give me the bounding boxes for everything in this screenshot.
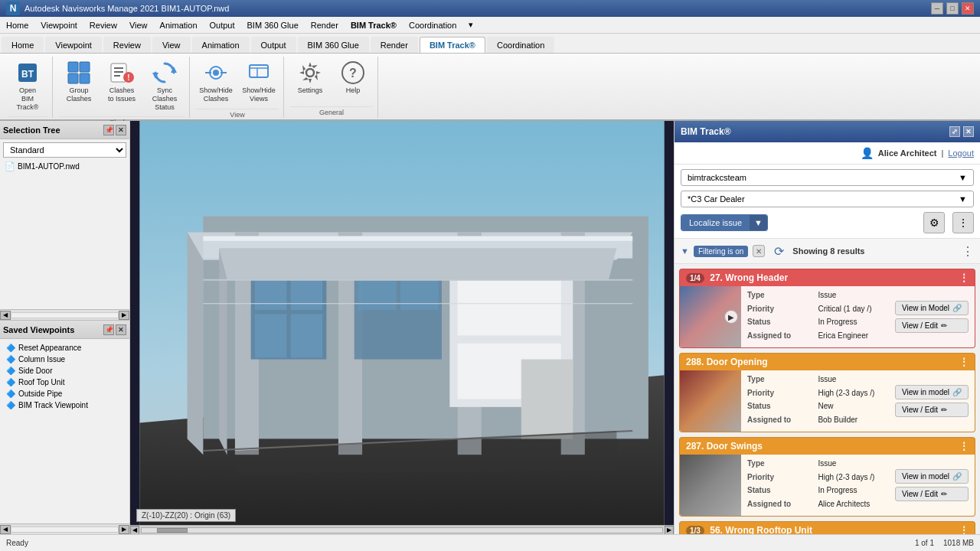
issue-288-more[interactable]: ⋮ (959, 357, 969, 367)
help-button[interactable]: ? Help (333, 57, 373, 103)
issue-287-actions: View in model 🔗 View / Edit ✏ (889, 455, 975, 516)
tab-coordination[interactable]: Coordination (487, 37, 554, 53)
tab-viewpoint[interactable]: Viewpoint (45, 37, 102, 53)
open-bimtrack-button[interactable]: BT OpenBIM Track® (8, 57, 47, 115)
viewport-scroll-right[interactable]: ▶ (665, 526, 674, 535)
close-button[interactable]: ✕ (962, 2, 974, 15)
bim-more-button[interactable]: ⋮ (952, 212, 974, 233)
issue-27-more[interactable]: ⋮ (959, 272, 969, 283)
menu-review[interactable]: Review (83, 17, 123, 33)
restore-button[interactable]: □ (946, 2, 959, 15)
vp-icon-bimtrack: 🔷 (6, 401, 15, 409)
tab-bimtrack[interactable]: BIM Track® (420, 37, 485, 53)
issue-288-edit-label: View / Edit (902, 406, 938, 414)
menu-bim360[interactable]: BIM 360 Glue (241, 17, 305, 33)
bim-settings-icon: ⚙ (929, 217, 939, 229)
vp-scroll-right[interactable]: ▶ (119, 525, 129, 534)
tab-view[interactable]: View (152, 37, 191, 53)
filter-badge[interactable]: Filtering is on (694, 246, 748, 257)
issue-27-view-model-btn[interactable]: View in Model 🔗 (895, 301, 969, 315)
sync-clashes-button[interactable]: SyncClashes Status (145, 57, 185, 115)
logout-link[interactable]: Logout (948, 148, 974, 158)
issue-288-type-value: Issue (818, 375, 882, 387)
bim-panel-close[interactable]: ✕ (963, 126, 974, 137)
viewport-scroll-left[interactable]: ◀ (130, 526, 139, 535)
show-hide-clashes-button[interactable]: Show/HideClashes (196, 57, 236, 107)
svg-rect-5 (80, 73, 90, 83)
issue-56-more[interactable]: ⋮ (959, 525, 969, 534)
issue-27-view-icon: 🔗 (952, 304, 962, 312)
vp-item-bimtrack[interactable]: 🔷 BIM Track Viewpoint (3, 399, 126, 411)
vp-item-reset[interactable]: 🔷 Reset Appearance (3, 342, 126, 354)
menu-more[interactable]: ▾ (462, 17, 479, 33)
clashes-to-issues-button[interactable]: ! Clashesto Issues (102, 57, 142, 107)
svg-rect-38 (255, 314, 287, 357)
issue-27-edit-btn[interactable]: View / Edit ✏ (895, 318, 969, 333)
bim-panel-expand[interactable]: ⤢ (949, 126, 960, 137)
vp-scroll-left[interactable]: ◀ (0, 525, 11, 534)
show-hide-views-button[interactable]: Show/HideViews (239, 57, 279, 107)
issue-287-more[interactable]: ⋮ (959, 441, 969, 452)
scroll-right-btn[interactable]: ▶ (119, 311, 129, 320)
issue-287-body: Type Issue Priority High (2-3 days /) St… (680, 455, 975, 516)
saved-vp-pin[interactable]: 📌 (103, 324, 114, 335)
tree-item-root[interactable]: 📄 BIM1-AUTOP.nwd (3, 161, 126, 172)
minimize-button[interactable]: ─ (931, 2, 943, 15)
issue-287-view-model-btn[interactable]: View in model 🔗 (895, 469, 969, 484)
help-icon: ? (341, 60, 365, 85)
selection-tree-close[interactable]: ✕ (116, 125, 126, 135)
project-dropdown[interactable]: *C3 Car Dealer ▼ (681, 191, 974, 207)
menu-output[interactable]: Output (204, 17, 241, 33)
issue-27-nav[interactable]: ▶ (724, 310, 738, 324)
menu-bimtrack[interactable]: BIM Track® (345, 17, 403, 33)
settings-button[interactable]: Settings (290, 57, 330, 103)
menu-coordination[interactable]: Coordination (403, 17, 462, 33)
menu-home[interactable]: Home (0, 17, 34, 33)
tab-home[interactable]: Home (2, 37, 44, 53)
vp-item-side-door[interactable]: 🔷 Side Door (3, 365, 126, 377)
menu-render[interactable]: Render (305, 17, 345, 33)
issue-288-edit-btn[interactable]: View / Edit ✏ (895, 403, 969, 417)
team-dropdown-arrow: ▼ (959, 173, 967, 182)
svg-text:BT: BT (21, 69, 34, 80)
issue-288-details: Type Issue Priority High (2-3 days /) St… (741, 370, 889, 432)
vp-item-column[interactable]: 🔷 Column Issue (3, 354, 126, 365)
team-dropdown[interactable]: bimtrackcsteam ▼ (681, 169, 974, 186)
filter-clear-button[interactable]: ✕ (753, 245, 765, 257)
results-more-button[interactable]: ⋮ (962, 244, 974, 259)
issue-287-type-label: Type (747, 459, 812, 471)
selection-tree-pin[interactable]: 📌 (103, 125, 114, 135)
group-clashes-button[interactable]: GroupClashes (59, 57, 99, 107)
issue-287-type-value: Issue (818, 459, 882, 471)
menu-animation[interactable]: Animation (154, 17, 204, 33)
localize-button[interactable]: Localize issue ▼ (681, 214, 768, 231)
left-panel: Selection Tree 📌 ✕ Standard 📄 BIM1-AUTOP… (0, 121, 130, 534)
bim-settings-button[interactable]: ⚙ (923, 212, 945, 233)
vp-item-pipe[interactable]: 🔷 Outside Pipe (3, 388, 126, 399)
bim-more-icon: ⋮ (958, 217, 969, 229)
tab-animation[interactable]: Animation (192, 37, 250, 53)
viewport-scroll-track[interactable] (141, 527, 663, 533)
tab-review[interactable]: Review (103, 37, 151, 53)
main-area: Selection Tree 📌 ✕ Standard 📄 BIM1-AUTOP… (0, 121, 980, 534)
scroll-left-btn[interactable]: ◀ (0, 311, 11, 320)
issue-287-edit-btn[interactable]: View / Edit ✏ (895, 487, 969, 501)
issue-288-view-model-btn[interactable]: View in model 🔗 (895, 385, 969, 399)
selection-tree-dropdown[interactable]: Standard (3, 142, 126, 158)
selection-tree-header: Selection Tree 📌 ✕ (0, 121, 129, 139)
issue-27-assigned-value: Erica Engineer (818, 331, 882, 344)
viewport[interactable]: Z(-10)-ZZ(20) : Origin (63) ◀ ▶ (130, 121, 674, 534)
vp-item-roof[interactable]: 🔷 Roof Top Unit (3, 377, 126, 388)
menu-view[interactable]: View (123, 17, 154, 33)
saved-vp-close[interactable]: ✕ (116, 324, 126, 335)
menu-viewpoint[interactable]: Viewpoint (34, 17, 83, 33)
refresh-button[interactable]: ⟳ (769, 242, 788, 260)
issue-27-status-value: In Progress (818, 318, 882, 330)
tab-output[interactable]: Output (251, 37, 296, 53)
title-bar: N Autodesk Navisworks Manage 2021 BIM1-A… (0, 0, 980, 17)
issue-288-view-icon: 🔗 (952, 388, 962, 396)
svg-rect-3 (80, 62, 90, 72)
issue-27-assigned-label: Assigned to (747, 331, 812, 344)
tab-bim360[interactable]: BIM 360 Glue (298, 37, 369, 53)
tab-render[interactable]: Render (371, 37, 418, 53)
